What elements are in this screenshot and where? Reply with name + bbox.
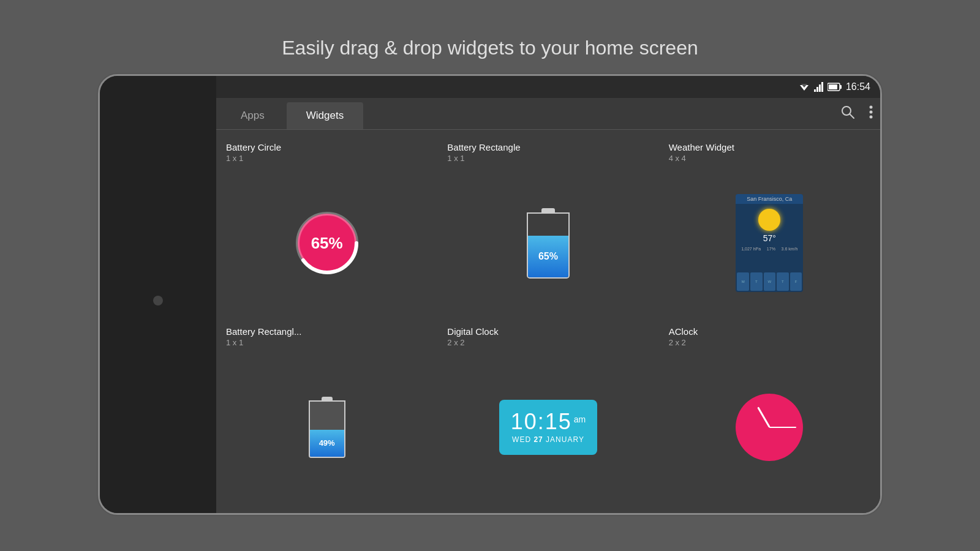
aclock-widget: [736, 394, 803, 461]
search-icon: [841, 105, 854, 119]
side-button-right: [880, 260, 882, 296]
battery-circle-value: 65%: [311, 234, 343, 253]
more-button[interactable]: [867, 103, 875, 124]
digital-clock-widget: 10:15 am WED 27 JANUARY: [499, 400, 597, 455]
weather-widget: San Fransisco, Ca 57° 1,027 hPa 17% 3.6 …: [736, 194, 803, 292]
status-icons: 16:54: [798, 81, 870, 92]
weather-stats: 1,027 hPa 17% 3.6 km/h: [736, 246, 803, 252]
battery-icon: [827, 83, 842, 91]
widget-aclock-name: AClock: [669, 326, 870, 337]
widget-battery-circle-size: 1 x 1: [226, 154, 428, 163]
signal-icon: [814, 82, 824, 92]
widget-battery-rect-small-size: 1 x 1: [226, 338, 428, 347]
page-title: Easily drag & drop widgets to your home …: [282, 37, 698, 59]
weather-forecast: M T W T F: [736, 252, 803, 292]
widget-battery-rect-name: Battery Rectangle: [447, 142, 649, 152]
widget-battery-circle-preview: 65%: [226, 170, 428, 317]
svg-line-10: [850, 114, 854, 118]
weather-main: 57°: [736, 204, 803, 246]
widget-weather-name: Weather Widget: [669, 142, 870, 152]
aclock-minute-hand: [769, 427, 796, 428]
battery-rect-value: 65%: [538, 251, 558, 262]
forecast-bar-5: F: [790, 272, 802, 291]
widget-battery-rect-small-preview: 49%: [226, 354, 428, 501]
tab-apps[interactable]: Apps: [221, 102, 284, 129]
svg-rect-2: [814, 89, 816, 92]
weather-sun-icon: [758, 209, 780, 231]
forecast-bar-2: T: [750, 272, 763, 291]
status-time: 16:54: [846, 81, 870, 92]
widget-battery-rect[interactable]: Battery Rectangle 1 x 1 65%: [437, 137, 658, 321]
status-bar: 16:54: [216, 76, 880, 98]
forecast-bar-4: T: [777, 272, 789, 291]
battery-circle-widget: 65%: [293, 209, 361, 277]
widget-battery-rect-preview: 65%: [447, 170, 649, 317]
widget-battery-rect-small-name: Battery Rectangl...: [226, 326, 428, 337]
svg-point-11: [870, 105, 873, 108]
widget-weather-size: 4 x 4: [669, 154, 870, 163]
widget-grid: Battery Circle 1 x 1 65%: [216, 130, 880, 513]
widget-aclock-preview: [669, 354, 870, 501]
widget-aclock[interactable]: AClock 2 x 2: [659, 321, 880, 506]
aclock-hour-hand: [757, 407, 771, 427]
widget-weather-preview: San Fransisco, Ca 57° 1,027 hPa 17% 3.6 …: [669, 170, 870, 317]
wifi-icon: [798, 82, 810, 92]
camera-dot: [153, 296, 163, 305]
widget-digital-clock-name: Digital Clock: [447, 326, 649, 337]
widget-battery-circle-name: Battery Circle: [226, 142, 428, 152]
forecast-bar-3: W: [764, 272, 776, 291]
digital-clock-date: WED 27 JANUARY: [512, 435, 584, 444]
svg-point-13: [870, 115, 873, 118]
battery-small-value: 49%: [319, 438, 335, 448]
more-icon: [869, 105, 873, 119]
weather-temp: 57°: [763, 233, 776, 243]
svg-rect-8: [829, 84, 837, 89]
widget-battery-rect-small[interactable]: Battery Rectangl... 1 x 1 49%: [216, 321, 437, 506]
widget-aclock-size: 2 x 2: [669, 338, 870, 347]
tab-actions: [839, 103, 875, 129]
widget-digital-clock-size: 2 x 2: [447, 338, 649, 347]
svg-rect-3: [816, 87, 818, 92]
svg-rect-7: [840, 85, 842, 89]
svg-rect-4: [819, 84, 821, 92]
weather-location: San Fransisco, Ca: [736, 194, 803, 204]
tablet-frame: 16:54 Apps Widgets: [98, 74, 882, 515]
widget-digital-clock[interactable]: Digital Clock 2 x 2 10:15 am WED 27 JANU…: [437, 321, 658, 506]
digital-clock-time: 10:15: [511, 411, 572, 433]
left-panel: [100, 76, 216, 513]
tablet-screen: 16:54 Apps Widgets: [216, 76, 880, 513]
search-button[interactable]: [839, 103, 857, 124]
svg-rect-5: [821, 82, 823, 92]
widget-battery-rect-size: 1 x 1: [447, 154, 649, 163]
forecast-bar-1: M: [737, 272, 749, 291]
tab-widgets[interactable]: Widgets: [287, 102, 363, 129]
widget-weather[interactable]: Weather Widget 4 x 4 San Fransisco, Ca 5…: [659, 137, 880, 321]
widget-battery-circle[interactable]: Battery Circle 1 x 1 65%: [216, 137, 437, 321]
svg-point-12: [870, 110, 873, 113]
digital-clock-ampm: am: [574, 414, 586, 424]
widget-digital-clock-preview: 10:15 am WED 27 JANUARY: [447, 354, 649, 501]
tab-bar: Apps Widgets: [216, 98, 880, 130]
